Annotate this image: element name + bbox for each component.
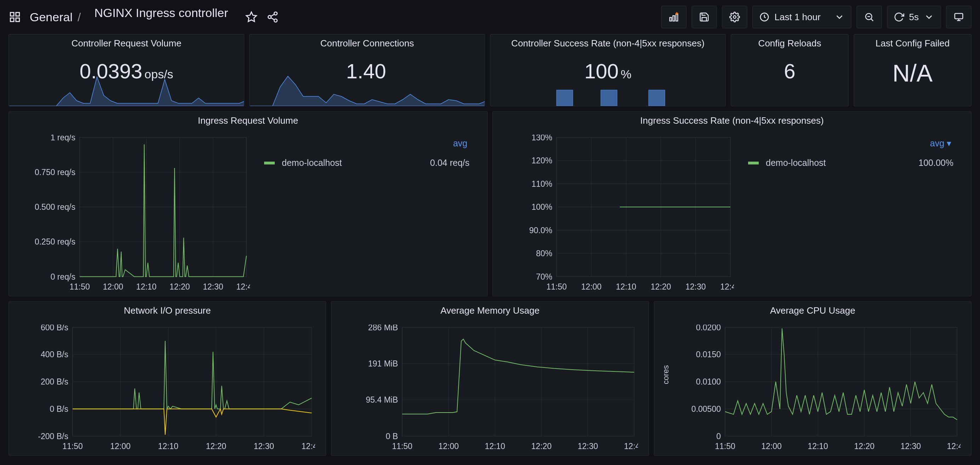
sparkline	[250, 74, 485, 106]
svg-text:12:40: 12:40	[947, 442, 961, 451]
legend-item[interactable]: demo-localhost 100.00%	[748, 158, 953, 168]
svg-rect-12	[676, 14, 678, 21]
svg-text:12:00: 12:00	[761, 442, 782, 451]
svg-rect-11	[673, 16, 675, 21]
share-icon[interactable]	[266, 11, 279, 23]
stat-value: 6	[731, 59, 848, 83]
panel-ingress-request-volume[interactable]: Ingress Request Volume 0 req/s0.250 req/…	[8, 111, 487, 296]
panel-network-io-pressure[interactable]: Network I/O pressure -200 B/s0 B/s200 B/…	[8, 301, 326, 456]
chart-svg: 0 B95.4 MiB191 MiB286 MiB11:5012:0012:10…	[342, 324, 638, 453]
svg-text:12:40: 12:40	[236, 282, 250, 291]
svg-rect-25	[649, 90, 665, 106]
breadcrumb-folder[interactable]: General	[30, 10, 73, 24]
add-panel-button[interactable]	[661, 6, 687, 28]
legend-label: demo-localhost	[766, 158, 897, 168]
panel-title: Config Reloads	[731, 34, 848, 50]
legend-header[interactable]: avg	[264, 138, 469, 149]
legend: avg demo-localhost 0.04 req/s	[250, 135, 477, 294]
panel-controller-connections[interactable]: Controller Connections 1.40	[249, 34, 485, 106]
svg-text:12:20: 12:20	[531, 442, 552, 451]
svg-text:12:20: 12:20	[651, 282, 671, 291]
svg-text:12:30: 12:30	[578, 442, 598, 451]
y-axis-label: cores	[661, 365, 671, 384]
panel-average-cpu-usage[interactable]: Average CPU Usage cores 00.005000.01000.…	[654, 301, 972, 456]
settings-button[interactable]	[722, 6, 748, 28]
svg-text:100%: 100%	[531, 202, 552, 212]
panel-title: Average Memory Usage	[331, 302, 648, 318]
legend-value: 100.00%	[897, 158, 953, 168]
refresh-button[interactable]: 5s	[887, 6, 941, 28]
breadcrumb-separator: /	[78, 10, 81, 24]
star-icon[interactable]	[245, 11, 258, 23]
svg-line-8	[271, 14, 275, 16]
cycle-view-button[interactable]	[946, 6, 972, 28]
svg-text:0.250 req/s: 0.250 req/s	[35, 237, 75, 246]
breadcrumb-dashboard[interactable]: NGINX Ingress controller	[86, 6, 237, 28]
svg-marker-4	[247, 12, 256, 22]
sparkline-bars	[490, 74, 726, 106]
svg-text:12:40: 12:40	[302, 442, 315, 451]
svg-text:12:00: 12:00	[581, 282, 601, 291]
svg-text:11:50: 11:50	[392, 442, 413, 451]
svg-text:400 B/s: 400 B/s	[41, 350, 68, 359]
svg-rect-2	[10, 18, 14, 22]
panel-last-config-failed[interactable]: Last Config Failed N/A	[854, 34, 972, 106]
svg-text:0 B/s: 0 B/s	[50, 404, 68, 414]
svg-text:600 B/s: 600 B/s	[41, 324, 68, 332]
svg-text:12:10: 12:10	[808, 442, 828, 451]
save-button[interactable]	[692, 6, 717, 28]
chart-svg: 00.005000.01000.01500.020011:5012:0012:1…	[665, 324, 961, 453]
svg-text:191 MiB: 191 MiB	[368, 359, 398, 368]
time-range-button[interactable]: Last 1 hour	[752, 6, 851, 28]
svg-text:0.0100: 0.0100	[696, 377, 721, 386]
svg-text:11:50: 11:50	[546, 282, 567, 291]
sparkline	[9, 74, 244, 106]
svg-text:0.00500: 0.00500	[692, 404, 721, 414]
panel-controller-request-volume[interactable]: Controller Request Volume 0.0393ops/s	[8, 34, 244, 106]
breadcrumb: General / NGINX Ingress controller	[30, 6, 237, 28]
legend-value: 0.04 req/s	[413, 158, 469, 168]
svg-rect-23	[557, 90, 573, 106]
legend-item[interactable]: demo-localhost 0.04 req/s	[264, 158, 469, 168]
legend-swatch	[748, 161, 759, 165]
panel-ingress-success-rate[interactable]: Ingress Success Rate (non-4|5xx response…	[493, 111, 972, 296]
svg-point-5	[274, 12, 278, 15]
svg-point-7	[274, 19, 278, 22]
panel-title: Last Config Failed	[854, 34, 971, 50]
svg-text:11:50: 11:50	[715, 442, 735, 451]
chart-svg: -200 B/s0 B/s200 B/s400 B/s600 B/s11:501…	[19, 324, 315, 453]
svg-text:0.750 req/s: 0.750 req/s	[35, 168, 75, 177]
zoom-out-button[interactable]	[856, 6, 882, 28]
svg-rect-10	[670, 18, 671, 21]
panel-config-reloads[interactable]: Config Reloads 6	[731, 34, 849, 106]
svg-text:70%: 70%	[536, 272, 552, 281]
svg-text:12:30: 12:30	[900, 442, 921, 451]
svg-text:1 req/s: 1 req/s	[51, 135, 75, 142]
svg-text:12:40: 12:40	[720, 282, 734, 291]
apps-icon[interactable]	[8, 11, 21, 23]
panel-title: Average CPU Usage	[654, 302, 971, 318]
svg-line-18	[871, 19, 873, 21]
legend-header[interactable]: avg	[748, 138, 953, 149]
svg-rect-119	[402, 328, 634, 436]
chart-svg: 70%80%90.0%100%110%120%130%11:5012:0012:…	[503, 135, 734, 294]
panel-controller-success-rate[interactable]: Controller Success Rate (non-4|5xx respo…	[490, 34, 726, 106]
svg-text:12:10: 12:10	[158, 442, 178, 451]
svg-text:12:10: 12:10	[616, 282, 636, 291]
svg-text:12:30: 12:30	[203, 282, 223, 291]
svg-text:110%: 110%	[531, 179, 552, 189]
svg-point-15	[733, 16, 736, 18]
svg-text:12:30: 12:30	[686, 282, 706, 291]
svg-rect-20	[955, 13, 963, 19]
svg-text:200 B/s: 200 B/s	[41, 377, 68, 386]
svg-text:12:00: 12:00	[110, 442, 130, 451]
svg-text:12:20: 12:20	[170, 282, 190, 291]
panel-average-memory-usage[interactable]: Average Memory Usage 0 B95.4 MiB191 MiB2…	[331, 301, 649, 456]
chart-svg: 0 req/s0.250 req/s0.500 req/s0.750 req/s…	[19, 135, 250, 294]
svg-rect-0	[10, 13, 14, 16]
svg-text:11:50: 11:50	[69, 282, 90, 291]
panel-title: Ingress Request Volume	[9, 112, 487, 128]
svg-text:0 B: 0 B	[386, 432, 398, 441]
svg-rect-24	[601, 90, 617, 106]
svg-text:0: 0	[716, 432, 721, 441]
